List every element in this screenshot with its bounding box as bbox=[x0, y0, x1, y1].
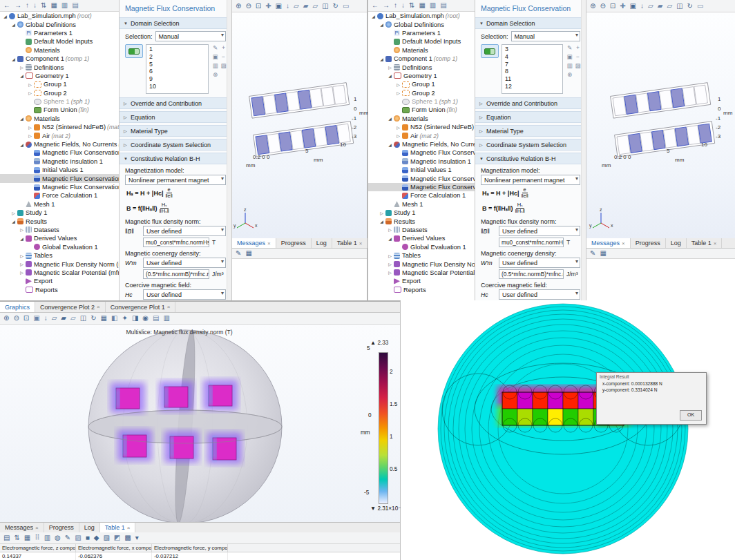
graphics-canvas-left[interactable]: 1 0 -1 -2 -3 mm 0 5 10 mm 0.2 0 mm z y bbox=[232, 12, 367, 238]
expand-arrow-icon[interactable]: ▷ bbox=[387, 262, 393, 267]
multislice-canvas[interactable]: Multislice: Magnetic flux density norm (… bbox=[0, 325, 400, 522]
zoom-out-icon[interactable]: ⊖ bbox=[12, 313, 20, 323]
export-table-icon[interactable]: ▥ bbox=[43, 533, 52, 543]
tab-messages[interactable]: Messages bbox=[586, 238, 631, 248]
clear-messages-icon[interactable]: ✎ bbox=[589, 249, 597, 258]
coenergy-combo[interactable]: User defined bbox=[499, 258, 580, 268]
tree-item-magnetic-flux-density-norm-mfnc[interactable]: ▷Magnetic Flux Density Norm (mfnc) bbox=[368, 260, 475, 268]
tree-item-sphere-1[interactable]: Sphere 1(sph 1) bbox=[0, 97, 119, 106]
tree-item-reports[interactable]: Reports bbox=[0, 286, 119, 294]
back-icon[interactable]: ← bbox=[370, 1, 380, 10]
rotate-icon[interactable]: ↻ bbox=[89, 313, 97, 323]
tree-item-form-union[interactable]: Form Union(fin) bbox=[368, 106, 475, 114]
tree-item-materials[interactable]: Materials bbox=[0, 46, 119, 55]
tree-item-global-definitions[interactable]: ◢Global Definitions bbox=[0, 20, 119, 28]
tree-item-magnetic-fields-no-currents[interactable]: ◢Magnetic Fields, No Currents(mfnc) bbox=[0, 140, 119, 148]
collapse-arrow-icon[interactable]: ◢ bbox=[379, 219, 385, 224]
more-options-icon[interactable]: ▾ bbox=[134, 533, 140, 543]
close-tab-icon[interactable] bbox=[267, 240, 271, 247]
tree-item-export[interactable]: Export bbox=[368, 277, 475, 285]
camera-icon[interactable]: ◫ bbox=[79, 313, 88, 323]
open-in-window-icon[interactable]: ▦ bbox=[598, 249, 607, 258]
close-tab-icon[interactable] bbox=[359, 240, 363, 247]
camera-icon[interactable]: ◫ bbox=[675, 1, 684, 11]
zoom-box-icon[interactable]: ⊡ bbox=[22, 313, 30, 323]
tree-item-geometry-1[interactable]: ◢Geometry 1 bbox=[368, 72, 475, 80]
columns-icon[interactable]: ▤ bbox=[439, 1, 448, 10]
tree-item-global-definitions[interactable]: ◢Global Definitions bbox=[368, 20, 475, 28]
tree-item-mesh-1[interactable]: Mesh 1 bbox=[368, 200, 475, 209]
expand-arrow-icon[interactable]: ▷ bbox=[395, 82, 401, 87]
close-tab-icon[interactable] bbox=[622, 240, 625, 247]
coenergy-combo[interactable]: User defined bbox=[143, 258, 226, 268]
close-tab-icon[interactable] bbox=[127, 525, 131, 531]
tree-item-n52-sintered-ndfeb[interactable]: ▷N52 (Sintered NdFeB)(mat 1) bbox=[0, 123, 119, 131]
tree-item-sphere-1[interactable]: Sphere 1(sph 1) bbox=[368, 97, 475, 106]
section-equation[interactable]: Equation bbox=[475, 111, 586, 123]
view-zx-icon[interactable]: ▱ bbox=[69, 313, 77, 323]
collapse-arrow-icon[interactable]: ◢ bbox=[387, 73, 393, 78]
move-up-icon[interactable]: ↑ bbox=[24, 1, 30, 10]
orientation-icon[interactable]: ↓ bbox=[43, 313, 49, 323]
zoom-out-icon[interactable]: ⊖ bbox=[244, 1, 252, 11]
tree-item-materials[interactable]: ◢Materials bbox=[368, 115, 475, 123]
color-theme-icon[interactable]: ◉ bbox=[141, 313, 150, 323]
zoom-out-icon[interactable]: ⊖ bbox=[598, 1, 607, 11]
tree-item-magnetic-scalar-potential-mfnc[interactable]: ▷Magnetic Scalar Potential (mfnc) bbox=[0, 269, 119, 277]
transparency-icon[interactable]: ◧ bbox=[110, 313, 119, 323]
ok-button[interactable]: OK bbox=[680, 410, 702, 421]
move-down-icon[interactable]: ↓ bbox=[32, 1, 38, 10]
collapse-arrow-icon[interactable]: ◢ bbox=[370, 14, 376, 19]
tree-item-results[interactable]: ◢Results bbox=[368, 217, 475, 225]
go-to-default-view-icon[interactable]: ✚ bbox=[618, 1, 627, 11]
flux-norm-combo[interactable]: User defined bbox=[143, 226, 226, 236]
tree-item-component-1[interactable]: ◢Component 1(comp 1) bbox=[0, 55, 119, 63]
section-override[interactable]: Override and Contribution bbox=[475, 97, 586, 109]
2d-field-plot[interactable] bbox=[401, 300, 735, 560]
zoom-extents-icon[interactable]: ▣ bbox=[274, 1, 283, 11]
tree-item-initial-values-1[interactable]: Initial Values 1 bbox=[368, 166, 475, 174]
tree-item-definitions[interactable]: ▷Definitions bbox=[368, 63, 475, 71]
zoom-box-icon[interactable]: ⊡ bbox=[254, 1, 262, 11]
tree-item-study-1[interactable]: ▷Study 1 bbox=[368, 209, 475, 217]
tree-item-lab-simulation-mph[interactable]: ◢Lab_Simulation.mph(root) bbox=[368, 12, 475, 20]
go-to-default-view-icon[interactable]: ✚ bbox=[264, 1, 272, 11]
tab-messages[interactable]: Messages bbox=[232, 238, 276, 248]
expand-arrow-icon[interactable]: ▷ bbox=[379, 211, 385, 215]
tree-item-reports[interactable]: Reports bbox=[368, 286, 475, 294]
flux-norm-input[interactable]: mu0_const*mfnc.normHs bbox=[143, 238, 209, 247]
tree-item-datasets[interactable]: ▷Datasets bbox=[0, 226, 119, 234]
tree-item-lab-simulation-mph[interactable]: ◢Lab_Simulation.mph(root) bbox=[0, 12, 119, 20]
section-domain-selection[interactable]: Domain Selection bbox=[475, 17, 586, 29]
section-material-type[interactable]: Material Type bbox=[475, 125, 586, 137]
integral-result-dialog[interactable]: Integral Result x-component: 0.000132888… bbox=[596, 372, 707, 425]
tree-item-global-evaluation-1[interactable]: Global Evaluation 1 bbox=[368, 243, 475, 251]
table-graph-icon[interactable]: ■ bbox=[84, 533, 91, 543]
tree-item-magnetic-scalar-potential-mfnc[interactable]: ▷Magnetic Scalar Potential (mfnc) bbox=[368, 269, 475, 277]
tree-item-magnetic-flux-density-norm-mfnc[interactable]: ▷Magnetic Flux Density Norm (mfnc) bbox=[0, 260, 119, 268]
expand-arrow-icon[interactable]: ▷ bbox=[395, 125, 401, 130]
move-down-icon[interactable]: ↓ bbox=[400, 1, 406, 10]
flux-norm-input[interactable]: mu0_const*mfnc.normHs bbox=[499, 238, 564, 247]
expand-arrow-icon[interactable]: ▷ bbox=[27, 90, 33, 95]
view-zx-icon[interactable]: ▱ bbox=[311, 1, 319, 11]
table-grid-icon[interactable]: ▦ bbox=[23, 533, 32, 543]
tree-item-air[interactable]: ▷Air(mat 2) bbox=[0, 131, 119, 139]
tree-item-export[interactable]: Export bbox=[0, 277, 119, 285]
view-xy-icon[interactable]: ▱ bbox=[292, 1, 300, 11]
tree-item-group-2[interactable]: ▷Group 2 bbox=[0, 89, 119, 97]
expand-arrow-icon[interactable]: ▷ bbox=[10, 211, 17, 215]
force-table-row[interactable]: 0.14337 -0.062376 -0.037212 bbox=[0, 552, 400, 560]
tree-item-force-calculation-1[interactable]: Force Calculation 1 bbox=[0, 191, 119, 200]
zoom-to-selection-icon[interactable]: ⊕ bbox=[211, 71, 219, 79]
zoom-box-icon[interactable]: ⊡ bbox=[609, 1, 617, 11]
zoom-in-icon[interactable]: ⊕ bbox=[2, 313, 10, 323]
tree-item-materials[interactable]: ◢Materials bbox=[0, 115, 119, 123]
collapse-arrow-icon[interactable]: ◢ bbox=[19, 142, 25, 147]
tab-convergence-plot-1[interactable]: Convergence Plot 1 bbox=[106, 302, 176, 312]
tab-graphics[interactable]: Graphics bbox=[0, 302, 35, 312]
tree-item-magnetic-flux-conservation-2[interactable]: Magnetic Flux Conservation 2 bbox=[0, 174, 119, 182]
multislice-sphere-view[interactable] bbox=[0, 325, 379, 522]
node-group-icon[interactable]: ▥ bbox=[60, 1, 69, 10]
tree-item-group-2[interactable]: ▷Group 2 bbox=[368, 89, 475, 97]
